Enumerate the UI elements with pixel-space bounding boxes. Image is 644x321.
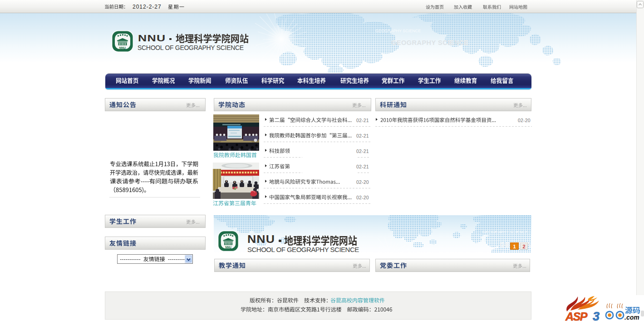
svg-text:ASP: ASP bbox=[565, 310, 588, 321]
svg-text:GEOGRAPHY SCIENCE: GEOGRAPHY SCIENCE bbox=[482, 230, 528, 234]
svg-text:NNU: NNU bbox=[225, 246, 231, 249]
svg-text:NNU: NNU bbox=[119, 46, 126, 49]
svg-text:GEOGRAPHY SCIENCE: GEOGRAPHY SCIENCE bbox=[375, 29, 421, 33]
svg-text:GEOGRAPHY SCIENCE: GEOGRAPHY SCIENCE bbox=[270, 54, 309, 58]
svg-text:3: 3 bbox=[593, 310, 600, 321]
svg-text:GEOGRAPHY SCIENCE: GEOGRAPHY SCIENCE bbox=[391, 39, 469, 46]
